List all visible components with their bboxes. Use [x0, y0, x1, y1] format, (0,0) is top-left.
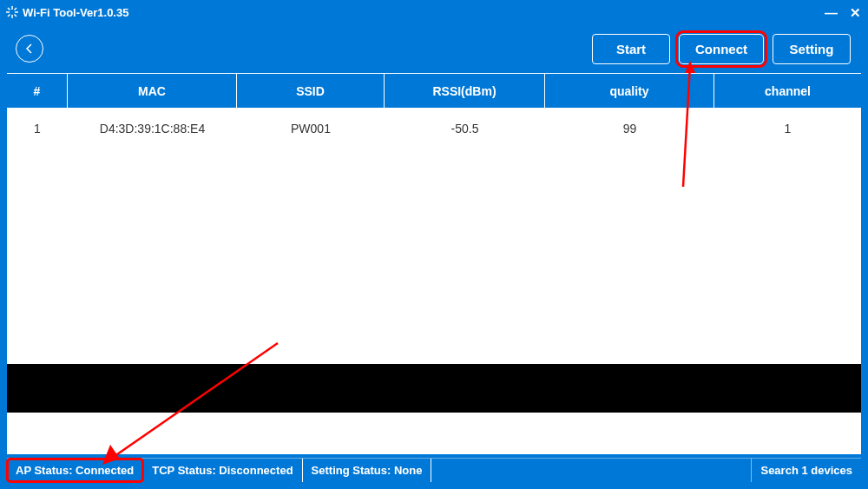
setting-status: Setting Status: None — [303, 459, 432, 482]
table-body: 1 D4:3D:39:1C:88:E4 PW001 -50.5 99 1 — [7, 108, 861, 364]
table-row[interactable]: 1 D4:3D:39:1C:88:E4 PW001 -50.5 99 1 — [7, 108, 861, 149]
content-area: Start Connect Setting # MAC SSID RSSI(dB… — [7, 24, 861, 454]
tcp-status: TCP Status: Disconnected — [143, 459, 302, 482]
start-button[interactable]: Start — [592, 34, 670, 64]
minimize-button[interactable]: — — [825, 6, 838, 19]
svg-line-4 — [8, 8, 10, 10]
device-count: Search 1 devices — [751, 459, 861, 482]
connect-button[interactable]: Connect — [679, 34, 764, 64]
white-gap — [7, 413, 861, 454]
header-mac: MAC — [68, 74, 237, 108]
header-quality: quality — [545, 74, 714, 108]
device-table: # MAC SSID RSSI(dBm) quality channel 1 D… — [7, 73, 861, 454]
header-channel: channel — [714, 74, 861, 108]
cell-num: 1 — [7, 108, 68, 149]
svg-line-6 — [15, 8, 17, 10]
cell-ssid: PW001 — [237, 108, 385, 149]
app-icon — [5, 5, 19, 19]
statusbar: AP Status: Connected TCP Status: Disconn… — [7, 458, 861, 482]
cell-mac: D4:3D:39:1C:88:E4 — [68, 108, 237, 149]
back-button[interactable] — [16, 35, 43, 63]
cell-quality: 99 — [545, 108, 714, 149]
setting-button[interactable]: Setting — [773, 34, 851, 64]
cell-channel: 1 — [714, 108, 861, 149]
svg-line-5 — [15, 15, 17, 17]
cell-rssi: -50.5 — [385, 108, 545, 149]
table-header: # MAC SSID RSSI(dBm) quality channel — [7, 73, 861, 108]
titlebar: Wi-Fi Tool-Ver1.0.35 — ✕ — [0, 0, 868, 24]
window-title: Wi-Fi Tool-Ver1.0.35 — [23, 6, 128, 19]
svg-line-7 — [8, 15, 10, 17]
toolbar: Start Connect Setting — [7, 24, 861, 73]
header-rssi: RSSI(dBm) — [385, 74, 545, 108]
header-num: # — [7, 74, 68, 108]
ap-status: AP Status: Connected — [7, 459, 143, 482]
header-ssid: SSID — [237, 74, 385, 108]
black-bar — [7, 364, 861, 413]
close-button[interactable]: ✕ — [850, 6, 861, 19]
